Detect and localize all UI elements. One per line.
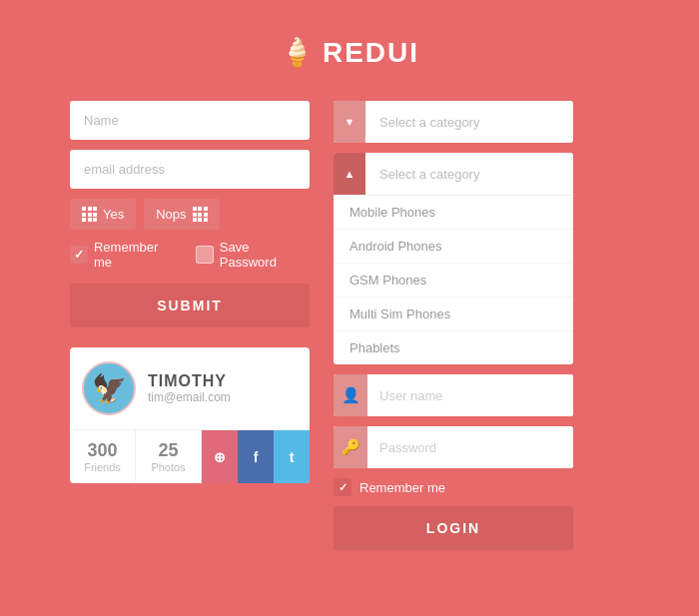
app-header: 🍦 REDUI (280, 36, 419, 69)
email-input[interactable] (70, 150, 310, 189)
save-password-label: Save Password (220, 240, 310, 270)
yes-button[interactable]: Yes (70, 199, 136, 230)
dropdown-item-2[interactable]: GSM Phones (334, 264, 573, 298)
username-input[interactable] (367, 374, 573, 416)
left-panel: Yes Nops Remember me Save Password (70, 101, 310, 550)
dropdown-item-4[interactable]: Phablets (334, 331, 573, 364)
avatar: 🦅 (82, 361, 136, 415)
remember-me-checkbox[interactable]: Remember me (70, 240, 180, 270)
photos-count: 25 (144, 440, 193, 461)
save-check-box (196, 246, 214, 264)
friends-stat: 300 Friends (70, 430, 136, 483)
profile-name: TIMOTHY (148, 372, 231, 390)
grid-icon-nops (193, 207, 208, 222)
login-remember-row[interactable]: Remember me (334, 478, 573, 496)
twitter-button[interactable]: t (274, 430, 310, 483)
logo-red: RED (323, 37, 387, 68)
social-icons: ⊕ f t (202, 430, 310, 483)
dropdown-items: Mobile Phones Android Phones GSM Phones … (334, 195, 573, 364)
username-input-wrap: 👤 (334, 374, 573, 416)
select-placeholder-expanded: Select a category (365, 167, 573, 182)
yes-label: Yes (103, 207, 124, 222)
dropdown-item-1[interactable]: Android Phones (334, 230, 573, 264)
save-password-checkbox[interactable]: Save Password (196, 240, 310, 270)
dribbble-button[interactable]: ⊕ (202, 430, 238, 483)
nops-button[interactable]: Nops (144, 199, 219, 230)
select-dropdown-collapsed[interactable]: ▼ Select a category (334, 101, 573, 143)
profile-card: 🦅 TIMOTHY tim@email.com 300 Friends 25 P… (70, 347, 310, 483)
login-remember-check (334, 478, 351, 496)
login-remember-label: Remember me (359, 480, 445, 495)
friends-count: 300 (78, 440, 127, 461)
photos-stat: 25 Photos (136, 430, 202, 483)
logo-icon: 🍦 (280, 36, 315, 69)
login-label: LOGIN (426, 520, 480, 536)
remember-label: Remember me (94, 240, 180, 270)
dropdown-item-0[interactable]: Mobile Phones (334, 196, 573, 230)
name-input[interactable] (70, 101, 310, 140)
password-input[interactable] (367, 426, 573, 468)
remember-check-box (70, 246, 88, 264)
logo-text: REDUI (323, 37, 419, 69)
password-icon: 🔑 (334, 426, 367, 468)
nops-label: Nops (156, 207, 186, 222)
profile-bottom: 300 Friends 25 Photos ⊕ f t (70, 429, 310, 483)
dropdown-item-3[interactable]: Multi Sim Phones (334, 298, 573, 331)
dropdown-arrow-up: ▲ (334, 153, 365, 195)
right-panel: ▼ Select a category ▲ Select a category … (334, 101, 573, 550)
select-dropdown-expanded: ▲ Select a category Mobile Phones Androi… (334, 153, 573, 364)
profile-info: TIMOTHY tim@email.com (148, 372, 231, 404)
profile-top: 🦅 TIMOTHY tim@email.com (70, 347, 310, 429)
facebook-button[interactable]: f (238, 430, 274, 483)
grid-icon-yes (82, 207, 97, 222)
submit-button[interactable]: SUBMIT (70, 284, 310, 327)
profile-email: tim@email.com (148, 390, 231, 404)
logo-ui: UI (387, 37, 419, 68)
password-input-wrap: 🔑 (334, 426, 573, 468)
checkbox-row: Remember me Save Password (70, 240, 310, 270)
main-content: Yes Nops Remember me Save Password (70, 101, 629, 550)
dropdown-header[interactable]: ▲ Select a category (334, 153, 573, 195)
login-button[interactable]: LOGIN (334, 506, 573, 550)
submit-label: SUBMIT (157, 298, 223, 313)
dropdown-arrow-down: ▼ (334, 101, 365, 143)
select-placeholder-collapsed: Select a category (365, 115, 573, 130)
user-icon: 👤 (334, 374, 367, 416)
photos-label: Photos (144, 461, 193, 473)
btn-group: Yes Nops (70, 199, 310, 230)
friends-label: Friends (78, 461, 127, 473)
